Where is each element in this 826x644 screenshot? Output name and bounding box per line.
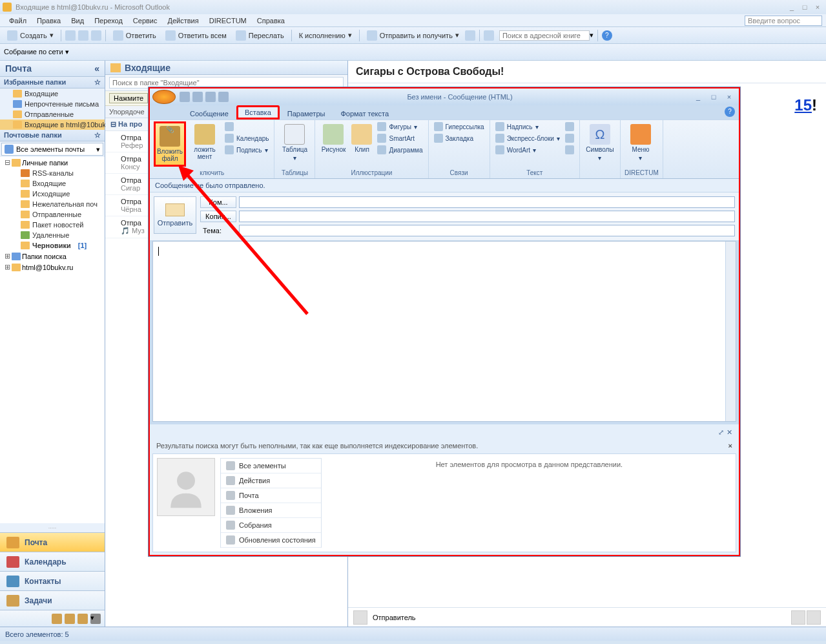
find-contact-icon[interactable] xyxy=(465,30,475,41)
nav-mail-button[interactable]: Почта xyxy=(0,532,105,552)
menu-file[interactable]: Файл xyxy=(4,16,32,26)
fav-account-inbox[interactable]: Входящие в html@10buk xyxy=(0,119,105,130)
tree-inbox[interactable]: Входящие xyxy=(0,178,105,189)
menu-help[interactable]: Справка xyxy=(252,16,290,26)
year-link[interactable]: 15 xyxy=(794,96,812,114)
mail-folders-header[interactable]: Почтовые папки☆ xyxy=(0,130,105,141)
quickparts-button[interactable]: Экспресс-блоки ▾ xyxy=(494,133,561,143)
minimize-button[interactable]: _ xyxy=(786,3,798,11)
shortcuts-icon[interactable] xyxy=(77,614,88,624)
net-meeting-button[interactable]: Собрание по сети ▾ xyxy=(4,48,69,56)
send-receive-button[interactable]: Отправить и получить ▾ xyxy=(364,29,462,42)
help-question-input[interactable] xyxy=(745,16,822,26)
menu-directum[interactable]: DIRECTUM xyxy=(204,16,252,26)
print-icon[interactable] xyxy=(65,30,76,41)
dismiss-icon[interactable]: × xyxy=(728,442,732,450)
collapse-nav-icon[interactable]: « xyxy=(94,63,99,74)
directum-menu-button[interactable]: Меню▾ xyxy=(625,121,657,164)
date-button[interactable] xyxy=(564,133,575,143)
delete-icon[interactable] xyxy=(91,30,101,41)
tree-outbox[interactable]: Исходящие xyxy=(0,189,105,199)
to-input[interactable] xyxy=(239,196,735,208)
to-button[interactable]: Ком... xyxy=(200,196,236,208)
collapse-icon[interactable]: ✕ xyxy=(727,428,732,437)
hyperlink-button[interactable]: Гиперссылка xyxy=(433,121,486,132)
attach-file-button[interactable]: 📎 Вложить файл xyxy=(154,121,186,167)
new-button[interactable]: Создать ▾ xyxy=(4,29,57,42)
send-button[interactable]: Отправить xyxy=(154,196,196,234)
ribbon-help-icon[interactable]: ? xyxy=(725,107,735,117)
pp-meetings[interactable]: Собрания xyxy=(221,518,321,533)
all-mail-items-dropdown[interactable]: Все элементы почты▾ xyxy=(1,143,103,156)
tree-rss[interactable]: RSS-каналы xyxy=(0,168,105,178)
fav-inbox[interactable]: Входящие xyxy=(0,88,105,99)
pp-actions[interactable]: Действия xyxy=(221,473,321,488)
attach-item-button[interactable]: ложить мент xyxy=(189,121,221,163)
qat-more-icon[interactable] xyxy=(218,92,229,102)
favorites-header[interactable]: Избранные папки☆ xyxy=(0,77,105,88)
help-icon[interactable]: ? xyxy=(602,30,612,41)
office-button[interactable] xyxy=(152,90,176,104)
fav-sent[interactable]: Отправленные xyxy=(0,109,105,119)
pp-all[interactable]: Все элементы xyxy=(221,459,321,473)
address-book-icon[interactable] xyxy=(484,30,494,41)
save-icon[interactable] xyxy=(180,92,190,102)
chart-button[interactable]: Диаграмма xyxy=(376,145,424,155)
personal-folders[interactable]: ⊟Личные папки xyxy=(0,157,105,168)
bookmark-button[interactable]: Закладка xyxy=(433,133,486,143)
undo-icon[interactable] xyxy=(192,92,203,102)
compose-body[interactable] xyxy=(152,241,736,422)
table-button[interactable]: Таблица▾ xyxy=(278,121,311,164)
tree-search-folders[interactable]: ⊞Папки поиска xyxy=(0,251,105,262)
compose-close[interactable]: × xyxy=(722,93,736,101)
reply-button[interactable]: Ответить xyxy=(110,29,160,42)
dropcap-button[interactable] xyxy=(564,121,575,132)
picture-button[interactable]: Рисунок xyxy=(319,121,347,156)
nav-tasks-button[interactable]: Задачи xyxy=(0,590,105,610)
pp-attach[interactable]: Вложения xyxy=(221,503,321,518)
nav-contacts-button[interactable]: Контакты xyxy=(0,571,105,590)
tree-deleted[interactable]: Удаленные xyxy=(0,230,105,240)
menu-view[interactable]: Вид xyxy=(66,16,89,26)
followup-button[interactable]: К исполнению ▾ xyxy=(296,30,355,41)
menu-tools[interactable]: Сервис xyxy=(128,16,163,26)
tab-message[interactable]: Сообщение xyxy=(182,108,236,119)
cc-input[interactable] xyxy=(239,211,735,222)
tab-insert[interactable]: Вставка xyxy=(236,105,280,119)
reply-all-button[interactable]: Ответить всем xyxy=(162,29,230,42)
close-button[interactable]: × xyxy=(812,3,823,11)
body-scrollbar[interactable] xyxy=(725,242,736,421)
forward-button[interactable]: Переслать xyxy=(232,29,287,42)
menu-edit[interactable]: Правка xyxy=(32,16,66,26)
move-icon[interactable] xyxy=(78,30,88,41)
notes-icon[interactable] xyxy=(52,614,62,624)
tab-options[interactable]: Параметры xyxy=(280,108,333,119)
address-search-input[interactable] xyxy=(499,30,590,41)
compose-maximize[interactable]: □ xyxy=(707,93,721,101)
subject-input[interactable] xyxy=(239,225,735,236)
folder-list-icon[interactable] xyxy=(65,614,75,624)
tree-account[interactable]: ⊞html@10bukv.ru xyxy=(0,262,105,273)
cc-button[interactable]: Копия... xyxy=(200,211,236,222)
pp-status[interactable]: Обновления состояния xyxy=(221,533,321,548)
object-button[interactable] xyxy=(564,145,575,155)
calendar-button[interactable]: Календарь xyxy=(223,133,270,143)
clip-button[interactable]: Клип xyxy=(350,121,373,156)
compose-minimize[interactable]: _ xyxy=(691,93,705,101)
shapes-button[interactable]: Фигуры ▾ xyxy=(376,121,424,132)
symbols-button[interactable]: ΩСимволы▾ xyxy=(584,121,616,164)
wordart-button[interactable]: WordArt ▾ xyxy=(494,145,561,155)
configure-buttons-icon[interactable]: ▾ xyxy=(90,614,101,624)
textbox-button[interactable]: Надпись ▾ xyxy=(494,121,561,132)
tree-junk[interactable]: Нежелательная поч xyxy=(0,199,105,209)
fav-unread[interactable]: Непрочтенные письма xyxy=(0,99,105,109)
redo-icon[interactable] xyxy=(205,92,216,102)
smartart-button[interactable]: SmartArt xyxy=(376,133,424,143)
nav-calendar-button[interactable]: Календарь xyxy=(0,552,105,571)
menu-go[interactable]: Переход xyxy=(89,16,128,26)
tree-drafts[interactable]: Черновики [1] xyxy=(0,240,105,251)
menu-actions[interactable]: Действия xyxy=(163,16,204,26)
business-card-button[interactable] xyxy=(223,121,270,132)
tree-sent[interactable]: Отправленные xyxy=(0,209,105,220)
signature-button[interactable]: Подпись ▾ xyxy=(223,145,270,155)
